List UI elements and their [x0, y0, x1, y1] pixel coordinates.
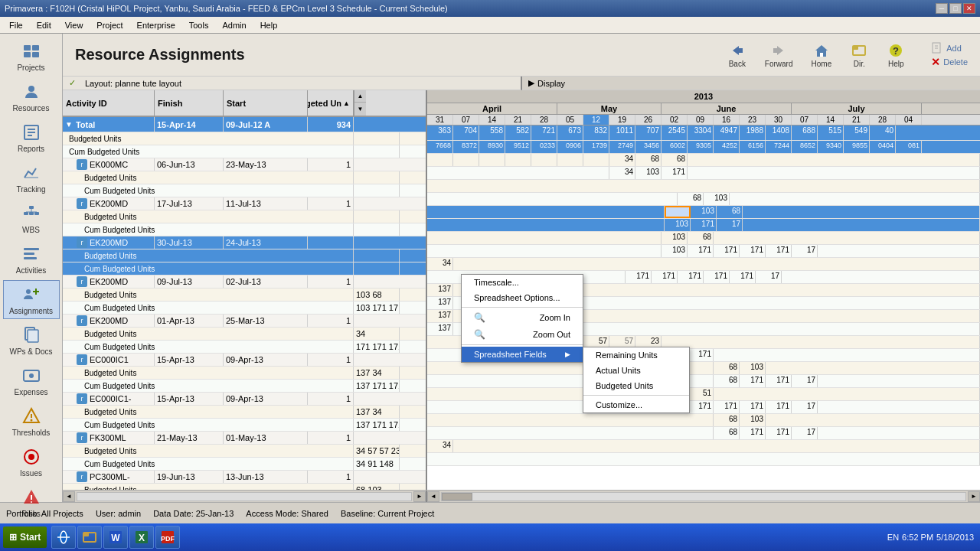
gtcum-3: 8930: [479, 141, 505, 153]
delete-icon: ✕: [931, 56, 940, 68]
home-button[interactable]: Home: [807, 40, 837, 70]
sidebar-item-reports[interactable]: Reports: [3, 118, 60, 157]
sidebar-item-wbs[interactable]: WBS: [3, 199, 60, 238]
expand-down-button[interactable]: ▼: [354, 103, 366, 116]
ek3-cf: [427, 427, 714, 439]
menu-edit[interactable]: Edit: [31, 19, 57, 31]
g-cfill: [818, 245, 980, 257]
taskbar-explorer[interactable]: [77, 526, 102, 549]
row-ec000ic1b[interactable]: rEC000IC1- 15-Apr-13 09-Apr-13 1: [63, 393, 426, 406]
start-button[interactable]: ⊞ Start: [3, 527, 47, 548]
minimize-button[interactable]: ─: [936, 3, 948, 14]
ctx-zoom-in[interactable]: 🔍 Zoom In: [462, 309, 583, 326]
delete-button[interactable]: Delete: [943, 57, 968, 67]
g-c1: 103: [662, 245, 688, 257]
ec1-c137: 137: [427, 297, 453, 309]
menu-enterprise[interactable]: Enterprise: [131, 19, 181, 31]
ek000mc-bu-val: [354, 171, 400, 184]
ek200md-2-cum-val: 103 171 17: [354, 302, 400, 314]
sidebar-item-tracking[interactable]: Tracking: [3, 158, 60, 197]
menu-project[interactable]: Project: [90, 19, 129, 31]
g-sel-1: [427, 206, 665, 218]
h-scroll-track-left[interactable]: [77, 492, 412, 501]
svg-point-30: [28, 454, 34, 460]
ek200md-sel-bu-label: Budgeted Units: [63, 249, 354, 262]
svg-text:X: X: [139, 533, 145, 543]
row-ec000ic1[interactable]: rEC000IC1 15-Apr-13 09-Apr-13 1: [63, 354, 426, 367]
sidebar-label-wbs: WBS: [22, 226, 40, 234]
gtcum-5: 0233: [531, 141, 557, 153]
ctx-customize[interactable]: Customize...: [583, 397, 689, 412]
sidebar-item-wps-docs[interactable]: WPs & Docs: [3, 321, 60, 360]
g-ek000mc-bu-fill: [688, 154, 980, 166]
ek200md-1-start: 11-Jul-13: [224, 197, 308, 210]
row-pc300ml-1[interactable]: rPC300ML- 19-Jun-13 13-Jun-13 1: [63, 471, 426, 484]
expand-up-button[interactable]: ▲: [354, 90, 366, 103]
collapse-icon[interactable]: ▼: [65, 120, 73, 129]
fk300ml-finish: 21-May-13: [155, 432, 224, 444]
row-ek000mc[interactable]: rEK000MC 06-Jun-13 23-May-13 1: [63, 158, 426, 171]
scroll-left-button[interactable]: ◄: [63, 491, 75, 502]
ctx-timescale[interactable]: Timescale...: [462, 275, 583, 290]
sidebar-item-issues[interactable]: Issues: [3, 442, 60, 481]
close-button[interactable]: ✕: [963, 3, 975, 14]
pc2-c171a: 171: [688, 401, 714, 413]
maximize-button[interactable]: □: [949, 3, 962, 14]
scroll-right-button[interactable]: ►: [413, 491, 426, 502]
row-fk300ml[interactable]: rFK300ML 21-May-13 01-May-13 1: [63, 432, 426, 445]
week-21b: 21: [844, 115, 870, 125]
ec1b-137: 137: [427, 310, 453, 322]
sidebar-item-projects[interactable]: Projects: [3, 37, 60, 76]
pc300ml-1-finish: 19-Jun-13: [155, 471, 224, 483]
row-ek200md-selected[interactable]: rEK200MD 30-Jul-13 24-Jul-13: [63, 236, 426, 249]
ek000mc-start: 23-May-13: [224, 158, 308, 171]
row-ek200md-1[interactable]: rEK200MD 17-Jul-13 11-Jul-13 1: [63, 197, 426, 210]
add-button[interactable]: Add: [946, 44, 962, 53]
content-area: Resource Assignments Back Forward: [63, 34, 980, 502]
sidebar-item-thresholds[interactable]: Thresholds: [3, 402, 60, 441]
gantt-scroll-right[interactable]: ►: [968, 491, 980, 502]
forward-button[interactable]: Forward: [760, 40, 798, 70]
ek200md-sel-units: [308, 236, 354, 249]
svg-rect-12: [29, 212, 34, 215]
ek200md-sel-bu-row: Budgeted Units: [63, 249, 426, 262]
dir-button[interactable]: Dir.: [845, 40, 873, 70]
sidebar-label-thresholds: Thresholds: [12, 429, 50, 437]
menu-admin[interactable]: Admin: [216, 19, 252, 31]
ctx-spreadsheet-fields[interactable]: Spreadsheet Fields ▶ Remaining Units Act…: [462, 347, 583, 362]
ctx-zoom-out[interactable]: 🔍 Zoom Out: [462, 326, 583, 343]
gantt-ek200md-1-cum: 68 103: [427, 193, 980, 206]
ctx-actual-units[interactable]: Actual Units: [583, 363, 689, 378]
help-button[interactable]: ? Help: [882, 40, 910, 70]
menu-tools[interactable]: Tools: [183, 19, 215, 31]
ctx-spreadsheet-options[interactable]: Spreadsheet Options...: [462, 290, 583, 305]
taskbar-excel[interactable]: X: [129, 526, 154, 549]
menu-file[interactable]: File: [3, 19, 29, 31]
taskbar-word[interactable]: W: [103, 526, 128, 549]
sidebar-item-activities[interactable]: Activities: [3, 240, 60, 279]
gantt-scroll-left[interactable]: ◄: [427, 491, 439, 502]
week-07: 07: [453, 115, 479, 125]
sidebar-item-assignments[interactable]: Assignments: [3, 280, 60, 319]
menu-help[interactable]: Help: [254, 19, 284, 31]
ek200md-2-bu-label: Budgeted Units: [63, 289, 354, 301]
title-controls[interactable]: ─ □ ✕: [936, 3, 975, 14]
taskbar-pdf[interactable]: PDF: [155, 526, 180, 549]
ctx-remaining-units[interactable]: Remaining Units: [583, 347, 689, 363]
menu-view[interactable]: View: [59, 19, 90, 31]
gantt-scroll-thumb[interactable]: [442, 493, 472, 500]
sidebar-item-resources[interactable]: Resources: [3, 77, 60, 116]
row-ek200md-2[interactable]: rEK200MD 09-Jul-13 02-Jul-13 1: [63, 276, 426, 289]
system-tray: EN 6:52 PM 5/18/2013: [887, 533, 977, 542]
ek200md-sel-bu-val: [354, 249, 400, 262]
total-row[interactable]: ▼ Total 15-Apr-14 09-Jul-12 A 934: [63, 117, 426, 132]
gantt-h-scroll-track[interactable]: [441, 492, 966, 501]
back-button[interactable]: Back: [724, 40, 751, 70]
ec000ic1-units: 1: [308, 354, 354, 366]
ctx-budgeted-units[interactable]: Budgeted Units: [583, 378, 689, 393]
gantt-total-cum: 7668 8372 8930 9512 0233 0906 1739 2749 …: [427, 141, 980, 154]
row-ek200md-3[interactable]: rEK200MD 01-Apr-13 25-Mar-13 1: [63, 315, 426, 328]
total-cum-label: Cum Budgeted Units: [63, 145, 354, 158]
taskbar-ie[interactable]: [51, 526, 76, 549]
sidebar-item-expenses[interactable]: Expenses: [3, 361, 60, 400]
